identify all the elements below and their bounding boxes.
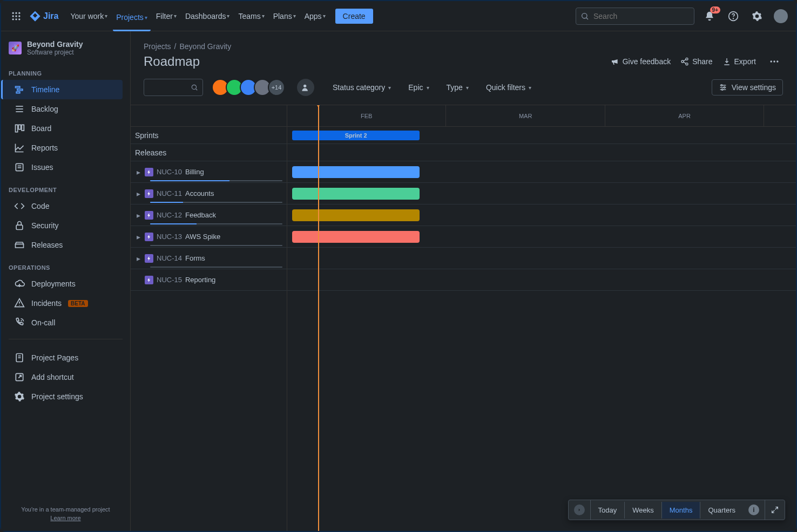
- releases-row: [287, 144, 796, 161]
- notifications-button[interactable]: 9+: [701, 8, 718, 25]
- chevron-right-icon[interactable]: ▸: [135, 168, 141, 176]
- sidebar-item-backlog[interactable]: Backlog: [9, 99, 123, 119]
- share-button[interactable]: Share: [680, 57, 712, 66]
- scale-weeks[interactable]: Weeks: [625, 502, 662, 519]
- svg-line-10: [586, 17, 588, 19]
- fullscreen-button[interactable]: [765, 501, 785, 519]
- sidebar-item-project-pages[interactable]: Project Pages: [9, 348, 123, 367]
- global-search[interactable]: [576, 8, 694, 25]
- issue-summary: Feedback: [185, 211, 216, 219]
- help-button[interactable]: [725, 8, 742, 25]
- epic-row-NUC-15[interactable]: NUC-15 Reporting: [131, 269, 287, 291]
- nav-projects[interactable]: Projects▾: [113, 8, 151, 31]
- today-button[interactable]: Today: [591, 502, 625, 519]
- nav-filter[interactable]: Filter▾: [153, 8, 180, 25]
- issue-key: NUC-13: [157, 233, 182, 241]
- sidebar-item-add-shortcut[interactable]: Add shortcut: [9, 367, 123, 387]
- epic-row-NUC-13[interactable]: ▸ NUC-13 AWS Spike: [131, 226, 287, 248]
- chevron-right-icon[interactable]: ▸: [135, 254, 141, 263]
- svg-rect-13: [16, 86, 20, 88]
- filter-type[interactable]: Type▾: [443, 81, 472, 94]
- expand-icon: [771, 506, 779, 514]
- learn-more-link[interactable]: Learn more: [9, 515, 123, 521]
- epic-bar[interactable]: [292, 188, 420, 200]
- view-settings-button[interactable]: View settings: [712, 79, 783, 96]
- section-operations: OPERATIONS: [9, 261, 123, 274]
- roadmap-search[interactable]: [144, 79, 203, 96]
- sidebar-item-project-settings[interactable]: Project settings: [9, 387, 123, 406]
- sidebar-item-code[interactable]: Code: [9, 196, 123, 216]
- nav-teams[interactable]: Teams▾: [235, 8, 267, 25]
- svg-rect-25: [16, 225, 23, 229]
- nav-dashboards[interactable]: Dashboards▾: [182, 8, 233, 25]
- sidebar-item-security[interactable]: Security: [9, 216, 123, 235]
- profile-button[interactable]: [772, 8, 789, 25]
- assignee-avatars[interactable]: +14: [212, 79, 285, 96]
- issue-key: NUC-14: [157, 254, 182, 262]
- sidebar-item-deployments[interactable]: Deployments: [9, 274, 123, 294]
- epic-bar[interactable]: [292, 166, 420, 178]
- more-actions-button[interactable]: [766, 53, 783, 70]
- svg-point-0: [12, 12, 14, 13]
- breadcrumb-current[interactable]: Beyond Gravity: [179, 42, 231, 51]
- project-icon: 🚀: [9, 42, 22, 54]
- svg-point-2: [18, 12, 20, 13]
- month-header: APR: [605, 105, 764, 126]
- legend-button[interactable]: i: [743, 500, 765, 520]
- jira-logo[interactable]: Jira: [29, 10, 58, 22]
- search-icon: [191, 84, 198, 91]
- epic-icon: [145, 254, 153, 263]
- sidebar-item-board[interactable]: Board: [9, 119, 123, 138]
- project-type: Software project: [27, 49, 83, 56]
- issue-key: NUC-15: [157, 276, 182, 284]
- sidebar-item-issues[interactable]: Issues: [9, 158, 123, 177]
- sidebar-item-incidents[interactable]: IncidentsBETA: [9, 294, 123, 313]
- scale-quarters[interactable]: Quarters: [700, 502, 743, 519]
- epic-row-NUC-12[interactable]: ▸ NUC-12 Feedback: [131, 204, 287, 226]
- sidebar-item-reports[interactable]: Reports: [9, 138, 123, 158]
- export-button[interactable]: Export: [722, 57, 756, 66]
- app-switcher-icon[interactable]: [8, 8, 25, 25]
- svg-point-8: [18, 18, 20, 20]
- sidebar-item-on-call[interactable]: On-call: [9, 313, 123, 332]
- project-header[interactable]: 🚀 Beyond Gravity Software project: [1, 31, 130, 63]
- nav-your-work[interactable]: Your work▾: [67, 8, 111, 25]
- epic-timeline-row: [287, 248, 796, 269]
- epic-row-NUC-11[interactable]: ▸ NUC-11 Accounts: [131, 183, 287, 204]
- filter-status-category[interactable]: Status category▾: [329, 81, 394, 94]
- sprint-bar[interactable]: Sprint 2: [292, 131, 420, 140]
- svg-rect-21: [22, 125, 24, 131]
- breadcrumb: Projects / Beyond Gravity: [144, 42, 783, 51]
- create-button[interactable]: Create: [335, 9, 373, 24]
- chevron-right-icon[interactable]: ▸: [135, 189, 141, 198]
- avatar-overflow[interactable]: +14: [268, 79, 285, 96]
- epic-row-NUC-10[interactable]: ▸ NUC-10 Billing: [131, 161, 287, 183]
- breadcrumb-root[interactable]: Projects: [144, 42, 171, 51]
- sidebar-item-timeline[interactable]: Timeline: [1, 80, 123, 99]
- settings-button[interactable]: [748, 8, 766, 25]
- nav-plans[interactable]: Plans▾: [270, 8, 299, 25]
- svg-point-32: [686, 63, 688, 65]
- export-icon: [722, 57, 731, 66]
- filter-quick-filters[interactable]: Quick filters▾: [483, 81, 535, 94]
- sidebar-item-releases[interactable]: Releases: [9, 235, 123, 255]
- svg-rect-15: [16, 92, 20, 93]
- nav-apps[interactable]: Apps▾: [301, 8, 329, 25]
- scale-months[interactable]: Months: [662, 502, 701, 519]
- scroll-next-button[interactable]: [569, 500, 591, 520]
- filter-epic[interactable]: Epic▾: [405, 81, 432, 94]
- chevron-right-icon[interactable]: ▸: [135, 211, 141, 220]
- search-input[interactable]: [593, 12, 690, 21]
- feedback-button[interactable]: Give feedback: [611, 57, 671, 66]
- page-title: Roadmap: [144, 54, 200, 69]
- add-person-button[interactable]: [297, 79, 314, 96]
- epic-icon: [145, 168, 153, 176]
- svg-line-34: [684, 62, 686, 64]
- search-icon: [580, 12, 589, 21]
- epic-row-NUC-14[interactable]: ▸ NUC-14 Forms: [131, 248, 287, 269]
- svg-point-9: [582, 13, 587, 18]
- gear-icon: [752, 11, 762, 22]
- epic-bar[interactable]: [292, 209, 420, 221]
- epic-bar[interactable]: [292, 231, 420, 243]
- chevron-right-icon[interactable]: ▸: [135, 233, 141, 241]
